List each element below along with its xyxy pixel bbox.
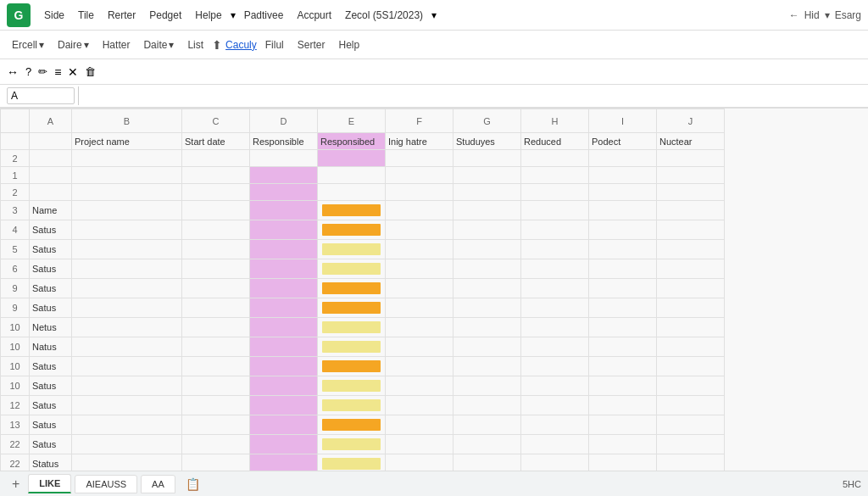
cell-d[interactable] <box>250 376 318 396</box>
cell-e[interactable] <box>318 435 386 454</box>
cell-8[interactable] <box>589 357 657 376</box>
col-header-i[interactable]: I <box>589 109 657 133</box>
menu-rerter[interactable]: Rerter <box>103 6 141 25</box>
cell-b[interactable] <box>72 357 182 376</box>
cell-5[interactable] <box>386 454 453 471</box>
cell-c[interactable] <box>182 279 250 298</box>
cell-7[interactable] <box>521 396 589 415</box>
cell-c[interactable] <box>182 318 250 337</box>
cell-5[interactable] <box>386 201 453 220</box>
list-btn[interactable]: List <box>182 36 209 53</box>
cell-b[interactable] <box>72 396 182 415</box>
cell-5[interactable] <box>386 376 453 396</box>
cell-e[interactable] <box>318 376 386 396</box>
hid-button[interactable]: Hid <box>804 9 820 21</box>
cell-a[interactable]: Status <box>30 454 72 471</box>
cell-6[interactable] <box>453 454 521 471</box>
cell-e[interactable] <box>318 396 386 415</box>
cell-b[interactable] <box>72 201 182 220</box>
cell-8[interactable] <box>589 396 657 415</box>
col-label-f[interactable]: Inig hatre <box>386 133 453 150</box>
cell-c[interactable] <box>182 298 250 318</box>
cell-c[interactable] <box>182 435 250 454</box>
cell-8[interactable] <box>589 376 657 396</box>
cell-5[interactable] <box>386 167 453 184</box>
cross-icon[interactable]: ✕ <box>68 65 78 79</box>
sheet-tab-aieauss[interactable]: AIEAUSS <box>75 475 137 493</box>
cell-9[interactable] <box>657 435 725 454</box>
cell-a[interactable]: Satus <box>30 357 72 376</box>
cell-9[interactable] <box>657 454 725 471</box>
cell-a[interactable]: Netus <box>30 318 72 337</box>
cell-8[interactable] <box>589 259 657 279</box>
menu-helpe[interactable]: Helpe <box>190 6 226 25</box>
cell-8[interactable] <box>589 220 657 240</box>
cell-c[interactable] <box>182 240 250 259</box>
cell-d[interactable] <box>250 337 318 357</box>
col-header-e[interactable]: E <box>318 109 386 133</box>
cell-a[interactable]: Satus <box>30 259 72 279</box>
cell-e[interactable] <box>318 240 386 259</box>
cell-c[interactable] <box>182 201 250 220</box>
cell-7[interactable] <box>521 167 589 184</box>
cell-6[interactable] <box>453 298 521 318</box>
cell-e[interactable] <box>318 298 386 318</box>
cell-e[interactable] <box>318 259 386 279</box>
back-icon[interactable]: ← <box>789 9 799 21</box>
cell-5[interactable] <box>386 184 453 201</box>
lines-icon[interactable]: ≡ <box>54 65 61 79</box>
cell-5[interactable] <box>386 318 453 337</box>
cell-5[interactable] <box>386 279 453 298</box>
cell-7[interactable] <box>521 454 589 471</box>
cell-9[interactable] <box>657 167 725 184</box>
cell-e[interactable] <box>318 318 386 337</box>
cell-6[interactable] <box>453 201 521 220</box>
cell-d[interactable] <box>250 435 318 454</box>
col-label-j[interactable]: Nuctear <box>657 133 725 150</box>
cell-7[interactable] <box>521 220 589 240</box>
cell-d[interactable] <box>250 357 318 376</box>
sheet-icon[interactable]: 📋 <box>186 477 200 491</box>
cell-6[interactable] <box>453 259 521 279</box>
cell-5[interactable] <box>386 240 453 259</box>
cell-a[interactable]: Satus <box>30 298 72 318</box>
cell-9[interactable] <box>657 240 725 259</box>
cell-a[interactable]: Satus <box>30 415 72 435</box>
cell-c[interactable] <box>182 220 250 240</box>
cell-8[interactable] <box>589 415 657 435</box>
question-icon[interactable]: ? <box>25 65 31 78</box>
cell-e[interactable] <box>318 167 386 184</box>
cell-c[interactable] <box>182 357 250 376</box>
cell-6[interactable] <box>453 184 521 201</box>
daire-btn[interactable]: Daire ▾ <box>53 36 94 53</box>
cell-8[interactable] <box>589 337 657 357</box>
cell-8[interactable] <box>589 298 657 318</box>
cell-8[interactable] <box>589 454 657 471</box>
cell-8[interactable] <box>589 240 657 259</box>
cell-5[interactable] <box>386 220 453 240</box>
trash-icon[interactable]: 🗑 <box>85 65 96 78</box>
cell-e[interactable] <box>318 220 386 240</box>
cell-a[interactable]: Satus <box>30 220 72 240</box>
cell-d[interactable] <box>250 201 318 220</box>
cell-7[interactable] <box>521 279 589 298</box>
serter-btn[interactable]: Serter <box>292 36 331 53</box>
cell-e[interactable] <box>318 357 386 376</box>
sheet-tab-like[interactable]: LIKE <box>28 474 71 493</box>
filul-btn[interactable]: Filul <box>260 36 289 53</box>
col-label-g[interactable]: Studuyes <box>453 133 521 150</box>
cell-5[interactable] <box>386 298 453 318</box>
upload-icon[interactable]: ⬆ <box>212 38 222 52</box>
cell-d[interactable] <box>250 279 318 298</box>
cell-6[interactable] <box>453 415 521 435</box>
cell-9[interactable] <box>657 279 725 298</box>
cell-d[interactable] <box>250 454 318 471</box>
cell-c[interactable] <box>182 415 250 435</box>
cell-b[interactable] <box>72 298 182 318</box>
menu-zecol[interactable]: Zecol (5S1/2023) <box>340 6 428 25</box>
cell-7[interactable] <box>521 201 589 220</box>
ercell-btn[interactable]: Ercell ▾ <box>7 36 49 53</box>
daite-btn[interactable]: Daite ▾ <box>138 36 179 53</box>
cell-c[interactable] <box>182 396 250 415</box>
cell-c[interactable] <box>182 337 250 357</box>
